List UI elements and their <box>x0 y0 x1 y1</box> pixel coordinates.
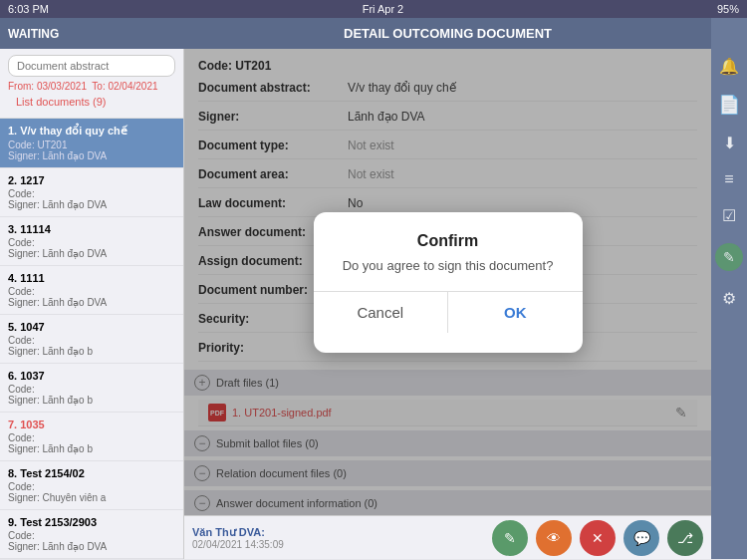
status-time: 6:03 PM <box>8 3 49 15</box>
cancel-button[interactable]: Cancel <box>314 292 449 333</box>
list-item[interactable]: 4. 1111 Code: Signer: Lãnh đạo DVA <box>0 266 183 315</box>
download-icon[interactable]: ⬇ <box>723 134 736 152</box>
status-battery: 95% <box>717 3 739 15</box>
bottom-actions: ✎ 👁 ✕ 💬 ⎇ <box>492 520 703 556</box>
list-item[interactable]: 1. V/v thay đổi quy chế Code: UT201 Sign… <box>0 119 183 168</box>
checklist-icon[interactable]: ☑ <box>722 206 736 225</box>
list-item[interactable]: 5. 1047 Code: Signer: Lãnh đạo b <box>0 315 183 364</box>
status-day: Fri Apr 2 <box>363 3 404 15</box>
app-header: WAITING DETAIL OUTCOMING DOCUMENT <box>0 18 747 49</box>
list-item[interactable]: 8. Test 2154/02 Code: Signer: Chuyên viê… <box>0 461 183 510</box>
confirm-modal: Confirm Do you agree to sign this docume… <box>314 212 583 353</box>
view-action-button[interactable]: 👁 <box>536 520 572 556</box>
modal-overlay: Confirm Do you agree to sign this docume… <box>184 49 711 515</box>
header-center: DETAIL OUTCOMING DOCUMENT <box>184 18 711 49</box>
list-item[interactable]: 2. 1217 Code: Signer: Lãnh đạo DVA <box>0 168 183 217</box>
document-icon[interactable]: 📄 <box>718 94 740 116</box>
comment-action-button[interactable]: 💬 <box>623 520 659 556</box>
list-item[interactable]: 3. 11114 Code: Signer: Lãnh đạo DVA <box>0 217 183 266</box>
list-item[interactable]: 7. 1035 Code: Signer: Lãnh đạo b <box>0 413 183 461</box>
modal-title: Confirm <box>334 232 563 250</box>
right-panel: 🔔 📄 ⬇ ≡ ☑ ✎ ⚙ <box>711 49 747 559</box>
doc-list: 1. V/v thay đổi quy chế Code: UT201 Sign… <box>0 119 183 559</box>
list-item[interactable]: 9. Test 2153/2903 Code: Signer: Lãnh đạo… <box>0 510 183 559</box>
modal-actions: Cancel OK <box>314 292 583 333</box>
sender-name: Văn Thư DVA: <box>192 526 284 539</box>
sign-icon[interactable]: ✎ <box>715 243 743 271</box>
reject-action-button[interactable]: ✕ <box>580 520 616 556</box>
send-timestamp: 02/04/2021 14:35:09 <box>192 539 284 550</box>
sender-info: Văn Thư DVA: 02/04/2021 14:35:09 <box>192 526 284 550</box>
list-header: List documents (9) <box>8 94 175 112</box>
search-input[interactable] <box>8 55 175 77</box>
sign-action-button[interactable]: ✎ <box>492 520 528 556</box>
modal-message: Do you agree to sign this document? <box>334 258 563 273</box>
ok-button[interactable]: OK <box>448 292 583 333</box>
header-left: WAITING <box>0 18 184 49</box>
sidebar: From: 03/03/2021 To: 02/04/2021 List doc… <box>0 49 184 559</box>
status-bar: 6:03 PM Fri Apr 2 95% <box>0 0 747 18</box>
list-item[interactable]: 6. 1037 Code: Signer: Lãnh đạo b <box>0 364 183 413</box>
list-icon[interactable]: ≡ <box>724 170 733 188</box>
date-filter: From: 03/03/2021 To: 02/04/2021 <box>8 77 175 94</box>
main-content: Code: UT201 Document abstract: V/v thay … <box>184 49 711 515</box>
notification-icon[interactable]: 🔔 <box>719 57 739 76</box>
bottom-bar: Văn Thư DVA: 02/04/2021 14:35:09 ✎ 👁 ✕ 💬… <box>184 515 711 559</box>
settings-icon[interactable]: ⚙ <box>722 289 736 308</box>
share-action-button[interactable]: ⎇ <box>667 520 703 556</box>
